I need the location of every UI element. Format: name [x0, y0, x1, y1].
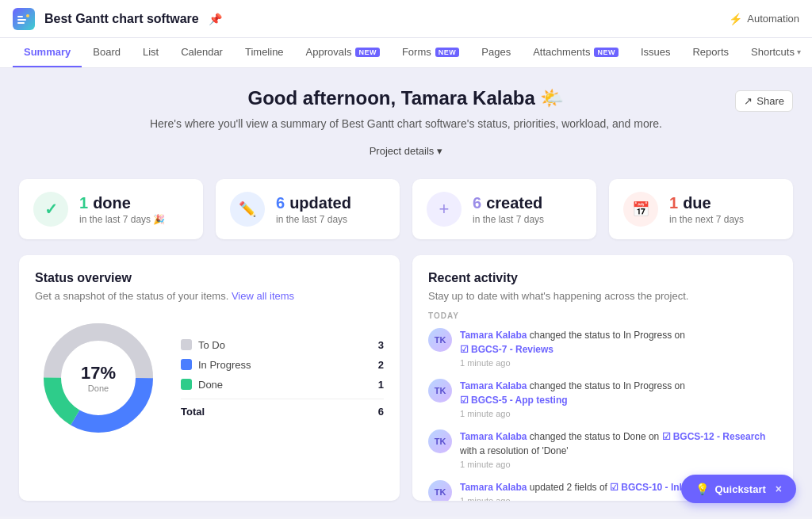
tab-board[interactable]: Board — [82, 38, 132, 67]
approvals-badge: NEW — [355, 48, 380, 57]
activity-text: Tamara Kalaba changed the status to In P… — [460, 379, 774, 407]
tab-issues[interactable]: Issues — [630, 38, 682, 67]
tab-summary[interactable]: Summary — [13, 38, 82, 67]
legend-count-done: 1 — [378, 379, 384, 391]
shortcuts-chevron-icon: ▾ — [797, 48, 801, 56]
app-title: Best Gantt chart software — [44, 12, 199, 26]
tab-calendar[interactable]: Calendar — [170, 38, 234, 67]
quickstart-close-icon[interactable]: × — [776, 483, 782, 495]
tab-forms[interactable]: Forms NEW — [391, 38, 470, 67]
donut-percentage: 17% — [81, 363, 116, 384]
stat-card-due[interactable]: 📅 1 due in the next 7 days — [609, 179, 793, 239]
chart-area: 17% Done To Do 3 In Progress 2 — [35, 315, 384, 441]
stat-card-done[interactable]: ✓ 1 done in the last 7 days 🎉 — [19, 179, 203, 239]
attachments-badge: NEW — [594, 48, 619, 57]
activity-user-link[interactable]: Tamara Kalaba — [460, 330, 527, 341]
legend-row-done: Done 1 — [181, 379, 384, 391]
nav-tabs: Summary Board List Calendar Timeline App… — [0, 38, 812, 68]
task-icon: ☑ — [610, 480, 619, 494]
stat-updated-icon: ✏️ — [230, 192, 265, 227]
activity-text: Tamara Kalaba changed the status to In P… — [460, 328, 774, 357]
legend-row-inprogress: In Progress 2 — [181, 359, 384, 371]
recent-activity-title: Recent activity — [428, 271, 777, 285]
automation-button[interactable]: ⚡ Automation — [729, 13, 799, 25]
main-content: ↗ Share Good afternoon, Tamara Kalaba 🌤️… — [0, 68, 812, 517]
tab-attachments[interactable]: Attachments NEW — [522, 38, 630, 67]
activity-content: Tamara Kalaba changed the status to In P… — [460, 379, 774, 418]
tab-shortcuts[interactable]: Shortcuts ▾ — [740, 38, 812, 67]
tab-timeline[interactable]: Timeline — [234, 38, 295, 67]
stat-due-number: 1 due — [669, 194, 744, 212]
activity-time: 1 minute ago — [460, 460, 774, 469]
legend-row-todo: To Do 3 — [181, 339, 384, 351]
donut-label: Done — [81, 384, 116, 393]
stat-created-content: 6 created in the last 7 days — [473, 194, 544, 225]
pin-icon[interactable]: 📌 — [209, 13, 222, 25]
app-logo — [13, 8, 35, 30]
topbar: Best Gantt chart software 📌 ⚡ Automation — [0, 0, 812, 38]
activity-user-link[interactable]: Tamara Kalaba — [460, 431, 527, 442]
recent-activity-subtitle: Stay up to date with what's happening ac… — [428, 290, 777, 302]
activity-item: TK Tamara Kalaba changed the status to D… — [428, 429, 774, 469]
task-icon: ☑ — [460, 342, 469, 357]
stat-created-label: in the last 7 days — [473, 214, 544, 225]
recent-activity-panel: Recent activity Stay up to date with wha… — [412, 255, 793, 501]
task-badge[interactable]: ☑ BGCS-7 - Reviews — [460, 342, 553, 357]
stat-card-created[interactable]: + 6 created in the last 7 days — [412, 179, 596, 239]
hero-greeting: Good afternoon, Tamara Kalaba 🌤️ — [13, 87, 799, 109]
project-details-label: Project details — [370, 145, 435, 157]
avatar: TK — [428, 328, 452, 352]
donut-center: 17% Done — [81, 363, 116, 393]
share-button[interactable]: ↗ Share — [735, 90, 793, 112]
legend-name-todo: To Do — [198, 339, 372, 351]
legend-name-inprogress: In Progress — [198, 359, 372, 371]
stat-done-icon: ✓ — [33, 192, 68, 227]
legend-count-todo: 3 — [378, 339, 384, 351]
stat-due-content: 1 due in the next 7 days — [669, 194, 744, 225]
quickstart-label: Quickstart — [715, 483, 766, 495]
status-legend: To Do 3 In Progress 2 Done 1 Total — [181, 339, 384, 418]
task-badge[interactable]: ☑ BGCS-12 - Research — [662, 429, 766, 444]
automation-icon: ⚡ — [729, 13, 742, 25]
hero-subtitle: Here's where you'll view a summary of Be… — [13, 116, 799, 132]
stat-done-content: 1 done in the last 7 days 🎉 — [79, 194, 165, 225]
project-details-chevron-icon: ▾ — [437, 145, 442, 157]
stat-updated-label: in the last 7 days — [276, 214, 351, 225]
activity-time: 1 minute ago — [460, 496, 701, 501]
stat-created-icon: + — [427, 192, 462, 227]
legend-total-value: 6 — [378, 406, 384, 418]
activity-item: TK Tamara Kalaba changed the status to I… — [428, 379, 774, 418]
tab-pages[interactable]: Pages — [470, 38, 522, 67]
quickstart-button[interactable]: 💡 Quickstart × — [681, 475, 797, 503]
svg-rect-1 — [17, 19, 26, 21]
task-badge[interactable]: ☑ BGCS-5 - App testing — [460, 393, 568, 407]
project-details-button[interactable]: Project details ▾ — [363, 142, 450, 160]
view-all-link[interactable]: View all items — [232, 290, 294, 302]
status-overview-subtitle: Get a snapshot of the status of your ite… — [35, 290, 384, 302]
legend-name-done: Done — [198, 379, 372, 391]
stat-done-number: 1 done — [79, 194, 165, 212]
share-label: Share — [756, 95, 784, 107]
status-overview-title: Status overview — [35, 271, 384, 285]
stat-card-updated[interactable]: ✏️ 6 updated in the last 7 days — [216, 179, 400, 239]
activity-content: Tamara Kalaba updated 2 fields of ☑ BGCS… — [460, 480, 701, 501]
activity-content: Tamara Kalaba changed the status to In P… — [460, 328, 774, 368]
task-icon: ☑ — [460, 393, 469, 407]
stat-due-label: in the next 7 days — [669, 214, 744, 225]
tab-list[interactable]: List — [132, 38, 170, 67]
avatar: TK — [428, 379, 452, 403]
quickstart-icon: 💡 — [695, 483, 709, 495]
legend-color-todo — [181, 339, 192, 350]
task-icon: ☑ — [662, 429, 671, 444]
activity-today-label: TODAY — [428, 311, 777, 320]
legend-color-inprogress — [181, 359, 192, 370]
legend-color-done — [181, 379, 192, 390]
tab-approvals[interactable]: Approvals NEW — [295, 38, 391, 67]
activity-text: Tamara Kalaba updated 2 fields of ☑ BGCS… — [460, 480, 701, 494]
tab-reports[interactable]: Reports — [681, 38, 740, 67]
stat-created-number: 6 created — [473, 194, 544, 212]
stat-updated-number: 6 updated — [276, 194, 351, 212]
activity-user-link[interactable]: Tamara Kalaba — [460, 482, 527, 493]
activity-user-link[interactable]: Tamara Kalaba — [460, 380, 527, 391]
donut-chart: 17% Done — [35, 315, 162, 441]
